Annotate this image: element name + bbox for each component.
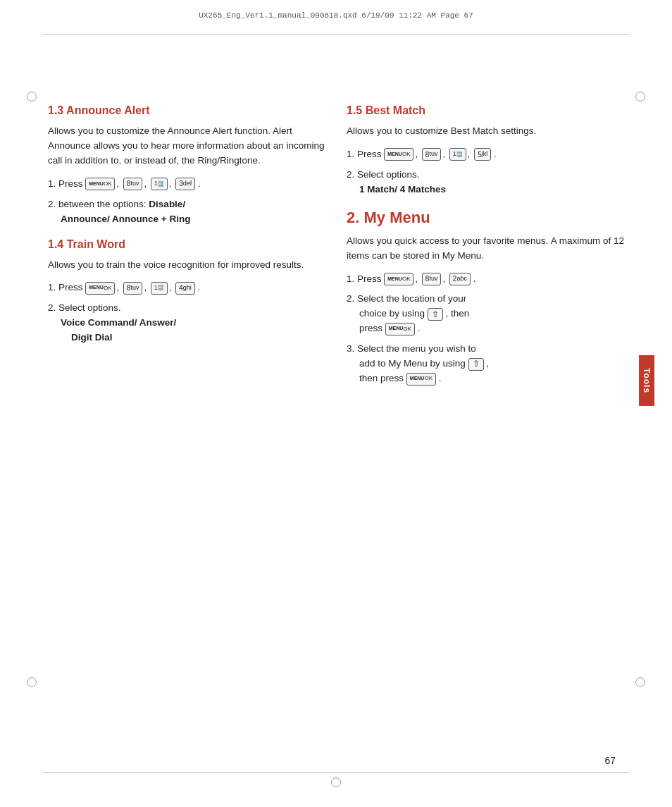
key-8tuv-1: 8tuv — [123, 178, 143, 190]
main-content: 1.3 Announce Alert Allows you to customi… — [48, 48, 624, 759]
key-1-3: 1🔤 — [449, 148, 466, 161]
section-1-5-title: 1.5 Best Match — [347, 104, 624, 117]
section-1-3-step-2: 2. between the options: Disable/ Announc… — [48, 197, 325, 227]
tools-label: Tools — [639, 355, 654, 406]
section-1-3-step-2-bold: Announce/ Announce + Ring — [61, 212, 325, 227]
section-2-body: Allows you quick access to your favorite… — [347, 234, 624, 264]
section-1-4-step-1: 1. Press MENUOK, 8tuv, 1🔤, 4ghi . — [48, 281, 325, 295]
key-arrow-up-2: ⇧ — [468, 358, 484, 371]
section-1-3-body: Allows you to customize the Announce Ale… — [48, 124, 325, 168]
key-4ghi-1: 4ghi — [175, 282, 195, 295]
key-2abc-1: 2abc — [449, 273, 471, 285]
key-3def-1: 3def — [175, 178, 195, 190]
key-menu-ok-1: MENUOK — [85, 178, 115, 190]
left-column: 1.3 Announce Alert Allows you to customi… — [48, 48, 325, 759]
section-1-3-step-1: 1. Press MENUOK, 8tuv, 1🔤, 3def . — [48, 177, 325, 192]
key-menu-ok-4: MENUOK — [384, 273, 413, 285]
section-1-5-step-2-bold: 1 Match/ 4 Matches — [359, 183, 624, 197]
section-2-step-2: 2. Select the location of your choice by… — [347, 292, 624, 336]
right-column: 1.5 Best Match Allows you to customize B… — [347, 48, 624, 759]
key-menu-ok-5: MENUOK — [385, 323, 415, 335]
key-8tuv-2: 8tuv — [123, 282, 143, 295]
key-menu-ok-2: MENUOK — [85, 282, 115, 295]
page-border-bottom — [42, 772, 630, 773]
section-1-4-body: Allows you to train the voice recognitio… — [48, 258, 325, 273]
key-menu-ok-6: MENUOK — [406, 373, 436, 386]
key-8tuv-4: 8tuv — [422, 273, 442, 285]
section-my-menu: 2. My Menu Allows you quick access to yo… — [347, 209, 624, 386]
section-2-step-1: 1. Press MENUOK, 8tuv, 2abc . — [347, 272, 624, 287]
section-train-word: 1.4 Train Word Allows you to train the v… — [48, 238, 325, 346]
page-border-top — [42, 34, 630, 35]
section-2-step-3: 3. Select the menu you wish to add to My… — [347, 342, 624, 386]
section-1-5-body: Allows you to customize Best Match setti… — [347, 124, 624, 139]
reg-mark-bottom-center — [331, 777, 341, 787]
key-5jkl-1: 5jkl — [474, 148, 491, 161]
section-1-3-title: 1.3 Announce Alert — [48, 104, 325, 117]
reg-mark-right-bottom — [635, 677, 645, 687]
section-1-4-step-2-bold: Voice Command/ Answer/ Digit Dial — [61, 316, 325, 345]
section-1-5-step-2: 2. Select options. 1 Match/ 4 Matches — [347, 168, 624, 197]
reg-mark-left-bottom — [27, 677, 37, 687]
tools-label-wrapper: Tools — [647, 338, 672, 423]
key-1-2: 1🔤 — [151, 282, 168, 295]
key-menu-ok-3: MENUOK — [384, 148, 413, 161]
reg-mark-right-top — [635, 92, 645, 101]
key-arrow-up-1: ⇧ — [428, 308, 443, 321]
section-1-4-step-2: 2. Select options. Voice Command/ Answer… — [48, 301, 325, 345]
reg-mark-left-top — [27, 92, 37, 101]
header-info: UX265_Eng_Ver1.1_manual_090618.qxd 6/19/… — [0, 11, 672, 20]
key-8tuv-3: 8tuv — [422, 148, 442, 161]
section-1-5-step-1: 1. Press MENUOK, 8tuv, 1🔤, 5jkl . — [347, 147, 624, 162]
section-announce-alert: 1.3 Announce Alert Allows you to customi… — [48, 104, 325, 227]
section-2-title: 2. My Menu — [347, 209, 624, 227]
key-1-1: 1🔤 — [151, 178, 168, 190]
section-best-match: 1.5 Best Match Allows you to customize B… — [347, 104, 624, 197]
section-1-4-title: 1.4 Train Word — [48, 238, 325, 251]
